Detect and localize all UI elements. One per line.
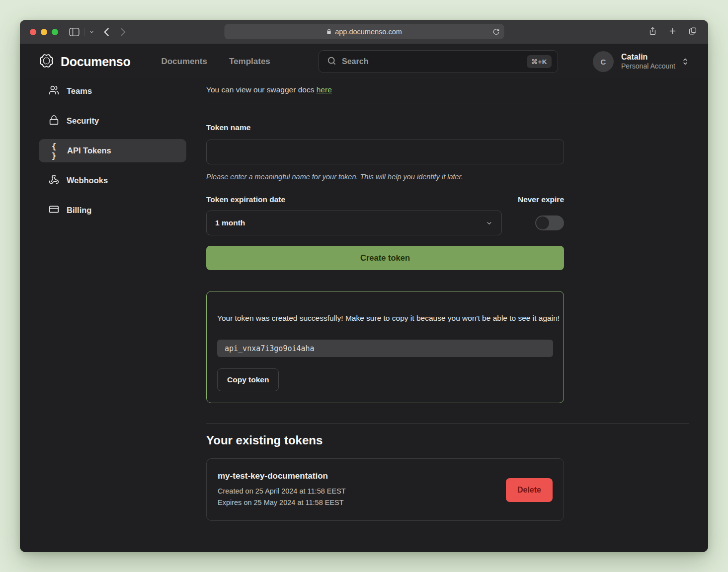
account-menu[interactable]: C Catalin Personal Account bbox=[593, 51, 689, 72]
toggle-knob bbox=[536, 216, 549, 229]
close-window-button[interactable] bbox=[30, 29, 36, 35]
token-created-box: Your token was created successfully! Mak… bbox=[206, 291, 564, 403]
documenso-logo-icon bbox=[39, 53, 54, 71]
search-shortcut-badge: ⌘+K bbox=[527, 55, 552, 68]
zoom-window-button[interactable] bbox=[52, 29, 58, 35]
sidebar-item-teams[interactable]: Teams bbox=[39, 79, 186, 103]
nav-documents[interactable]: Documents bbox=[161, 57, 207, 67]
lock-icon bbox=[326, 28, 331, 35]
swagger-docs-text: You can view our swagger docs bbox=[206, 85, 317, 94]
reload-icon[interactable] bbox=[492, 28, 499, 35]
sidebar-item-billing[interactable]: Billing bbox=[39, 199, 186, 222]
forward-icon[interactable] bbox=[120, 27, 126, 37]
divider bbox=[206, 103, 689, 103]
sidebar-item-api-tokens[interactable]: { } API Tokens bbox=[39, 139, 186, 162]
chrome-nav-group bbox=[69, 27, 126, 37]
sidebar-item-label: Webhooks bbox=[67, 176, 108, 185]
create-token-button[interactable]: Create token bbox=[206, 246, 564, 270]
traffic-lights bbox=[30, 29, 58, 35]
api-tokens-panel: You can view our swagger docs here Token… bbox=[186, 79, 708, 552]
sidebar-toggle-icon[interactable] bbox=[69, 28, 80, 36]
chevron-down-icon[interactable] bbox=[89, 29, 94, 35]
chevrons-up-down-icon bbox=[681, 58, 689, 66]
app-header: Documenso Documents Templates ⌘+K C Cata… bbox=[20, 44, 708, 79]
tab-overview-icon[interactable] bbox=[688, 27, 697, 37]
token-value[interactable]: api_vnxa7i3go9oi4aha bbox=[217, 340, 553, 357]
existing-token-name: my-test-key-documentation bbox=[218, 471, 553, 481]
divider bbox=[206, 423, 689, 424]
expiration-select[interactable]: 1 month bbox=[206, 211, 502, 235]
new-tab-icon[interactable] bbox=[668, 27, 677, 37]
nav-templates[interactable]: Templates bbox=[229, 57, 270, 67]
existing-token-expires: Expires on 25 May 2024 at 11:58 EEST bbox=[218, 499, 553, 506]
account-subtitle: Personal Account bbox=[621, 62, 675, 71]
chevron-down-icon bbox=[485, 219, 493, 227]
top-nav: Documents Templates bbox=[161, 57, 270, 67]
minimize-window-button[interactable] bbox=[41, 29, 47, 35]
never-expire-toggle[interactable] bbox=[535, 215, 564, 230]
sidebar-item-label: Security bbox=[67, 116, 99, 126]
brand[interactable]: Documenso bbox=[39, 53, 130, 71]
sidebar-item-label: API Tokens bbox=[67, 146, 111, 155]
search-bar[interactable]: ⌘+K bbox=[319, 50, 558, 73]
brand-name: Documenso bbox=[61, 55, 130, 69]
swagger-docs-line: You can view our swagger docs here bbox=[206, 85, 689, 94]
existing-token-created: Created on 25 April 2024 at 11:58 EEST bbox=[218, 487, 553, 495]
lock-icon bbox=[49, 115, 59, 127]
address-bar[interactable]: app.documenso.com bbox=[224, 24, 504, 39]
never-expire-label: Never expire bbox=[518, 195, 564, 204]
existing-tokens-heading: Your existing tokens bbox=[206, 433, 689, 447]
swagger-docs-link[interactable]: here bbox=[317, 85, 332, 94]
existing-token-row: my-test-key-documentation Created on 25 … bbox=[206, 458, 564, 521]
token-name-label: Token name bbox=[206, 123, 564, 132]
copy-token-button[interactable]: Copy token bbox=[217, 368, 279, 391]
share-icon[interactable] bbox=[648, 26, 657, 38]
toolbar-separator bbox=[84, 28, 84, 36]
braces-icon: { } bbox=[49, 142, 60, 160]
token-name-input[interactable] bbox=[206, 140, 564, 164]
delete-token-button[interactable]: Delete bbox=[506, 478, 553, 502]
search-input[interactable] bbox=[342, 57, 521, 66]
settings-sidebar: Teams Security { } API Tokens Webhooks bbox=[20, 79, 186, 552]
webhook-icon bbox=[49, 174, 59, 187]
token-created-message: Your token was created successfully! Mak… bbox=[217, 312, 560, 324]
browser-toolbar: app.documenso.com bbox=[20, 20, 708, 44]
sidebar-item-label: Billing bbox=[67, 206, 91, 215]
avatar: C bbox=[593, 51, 614, 72]
users-icon bbox=[49, 85, 59, 97]
expiration-selected-value: 1 month bbox=[215, 218, 245, 227]
browser-window: app.documenso.com bbox=[20, 20, 708, 552]
token-name-helper: Please enter a meaningful name for your … bbox=[206, 173, 564, 181]
sidebar-item-label: Teams bbox=[67, 86, 92, 96]
address-url: app.documenso.com bbox=[335, 28, 402, 36]
sidebar-item-webhooks[interactable]: Webhooks bbox=[39, 169, 186, 192]
chrome-right-group bbox=[648, 26, 697, 38]
back-icon[interactable] bbox=[103, 27, 110, 37]
search-icon bbox=[327, 56, 336, 68]
credit-card-icon bbox=[49, 204, 59, 216]
sidebar-item-security[interactable]: Security bbox=[39, 109, 186, 133]
account-name: Catalin bbox=[621, 52, 675, 62]
expiration-label: Token expiration date bbox=[206, 195, 285, 204]
